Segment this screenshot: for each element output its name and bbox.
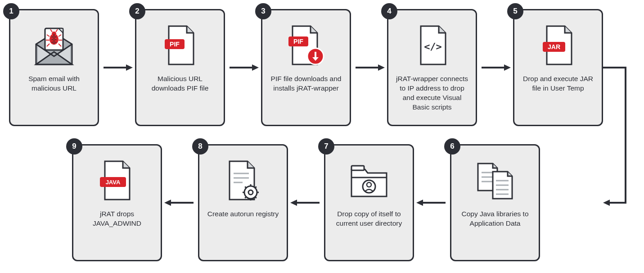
java-file-icon: JAVA xyxy=(79,155,155,205)
svg-marker-34 xyxy=(378,64,385,71)
step-number-badge: 2 xyxy=(129,3,145,19)
svg-marker-23 xyxy=(126,64,133,71)
svg-marker-49 xyxy=(416,200,423,206)
step-3: 3 PIF PIF file downloads and installs jR… xyxy=(261,9,351,126)
copy-files-icon xyxy=(457,155,533,205)
step-number-badge: 4 xyxy=(381,3,397,19)
step-caption: Create autorun registry xyxy=(205,209,281,219)
step-1: 1 xyxy=(9,9,99,126)
arrow-left-icon xyxy=(414,144,450,261)
svg-text:</>: </> xyxy=(424,41,442,52)
step-number-badge: 3 xyxy=(255,3,271,19)
gear-file-icon xyxy=(205,155,281,205)
step-caption: PIF file downloads and installs jRAT-wra… xyxy=(268,74,344,93)
arrow-right-icon xyxy=(99,9,135,126)
svg-marker-70 xyxy=(164,200,171,206)
svg-text:JAVA: JAVA xyxy=(105,179,120,186)
row-top: 1 xyxy=(9,9,603,126)
svg-text:JAR: JAR xyxy=(548,43,560,50)
step-4: 4 </> jRAT-wrapper connects to IP addres… xyxy=(387,9,477,126)
row-bottom: 6 Copy Java libraries to Application Dat… xyxy=(72,144,540,261)
step-number-badge: 1 xyxy=(3,3,19,19)
svg-line-65 xyxy=(245,187,246,188)
step-caption: Copy Java libraries to Application Data xyxy=(457,209,533,228)
step-2: 2 PIF Malicious URL downloads PIF file xyxy=(135,9,225,126)
step-caption: Malicious URL downloads PIF file xyxy=(142,74,218,93)
svg-point-59 xyxy=(244,186,257,199)
step-number-badge: 7 xyxy=(318,138,334,155)
svg-text:PIF: PIF xyxy=(170,41,180,48)
mail-bug-icon xyxy=(16,20,92,70)
flow-diagram: 1 xyxy=(9,9,635,264)
arrow-right-icon xyxy=(225,9,261,126)
step-number-badge: 5 xyxy=(507,3,523,19)
step-caption: jRAT-wrapper connects to IP address to d… xyxy=(394,74,470,112)
svg-marker-27 xyxy=(252,64,259,71)
code-file-icon: </> xyxy=(394,20,470,70)
step-number-badge: 8 xyxy=(192,138,208,155)
jar-file-icon: JAR xyxy=(520,20,596,70)
step-5: 5 JAR Drop and execute JAR file in User … xyxy=(513,9,603,126)
arrow-left-icon xyxy=(288,144,324,261)
svg-marker-55 xyxy=(290,200,297,206)
step-caption: Drop and execute JAR file in User Temp xyxy=(520,74,596,93)
step-caption: Drop copy of itself to current user dire… xyxy=(331,209,407,228)
step-7: 7 Drop copy of itself to current user di… xyxy=(324,144,414,261)
step-9: 9 JAVA jRAT drops JAVA_ADWIND xyxy=(72,144,162,261)
svg-point-10 xyxy=(55,39,56,40)
arrow-down-right-icon xyxy=(603,68,639,203)
pif-file-icon: PIF xyxy=(142,20,218,70)
step-number-badge: 6 xyxy=(444,138,460,155)
svg-line-68 xyxy=(255,187,257,188)
arrow-right-icon xyxy=(477,9,513,126)
arrow-right-icon xyxy=(351,9,387,126)
svg-point-11 xyxy=(52,41,53,42)
svg-line-67 xyxy=(245,196,246,198)
user-folder-icon xyxy=(331,155,407,205)
svg-rect-50 xyxy=(351,166,364,170)
svg-point-8 xyxy=(55,36,56,37)
step-6: 6 Copy Java libraries to Application Dat… xyxy=(450,144,540,261)
step-number-badge: 9 xyxy=(66,138,82,155)
step-caption: jRAT drops JAVA_ADWIND xyxy=(79,209,155,228)
svg-point-9 xyxy=(52,39,53,40)
svg-marker-40 xyxy=(603,200,610,206)
svg-text:PIF: PIF xyxy=(293,38,303,45)
step-caption: Spam email with malicious URL xyxy=(16,74,92,93)
svg-marker-37 xyxy=(504,64,511,71)
svg-point-7 xyxy=(52,36,53,37)
svg-line-66 xyxy=(255,196,257,198)
svg-point-12 xyxy=(55,41,56,42)
arrow-left-icon xyxy=(162,144,198,261)
step-8: 8 xyxy=(198,144,288,261)
pif-download-icon: PIF xyxy=(268,20,344,70)
